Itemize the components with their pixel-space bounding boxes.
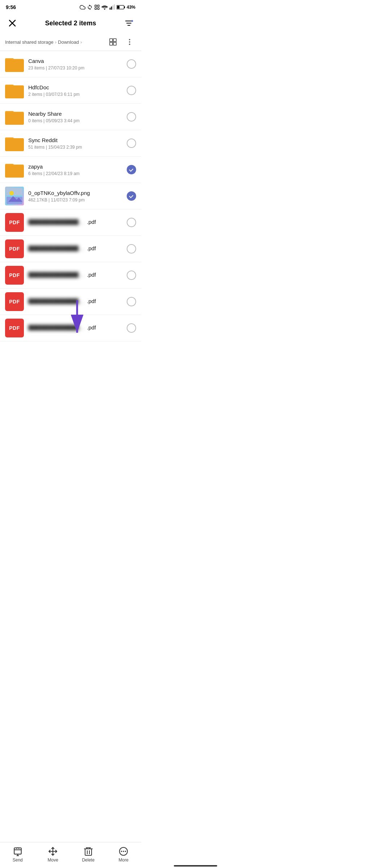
signal-icon <box>109 4 115 10</box>
svg-rect-32 <box>5 86 24 98</box>
file-name-row: ████████████████████ .pdf <box>28 245 122 251</box>
svg-rect-36 <box>5 112 24 125</box>
pdf-label: PDF <box>9 246 20 252</box>
list-item-nearby-share[interactable]: Nearby Share 0 items | 05/09/23 3:44 pm <box>0 104 141 130</box>
file-meta: 51 items | 15/04/23 2:39 pm <box>28 145 122 150</box>
svg-point-17 <box>131 20 133 22</box>
breadcrumb-sep1: › <box>55 39 56 45</box>
file-suffix: .pdf <box>87 298 96 304</box>
file-name: ████████████████████ <box>28 219 86 225</box>
check-circle[interactable] <box>127 218 136 227</box>
file-suffix: .pdf <box>87 272 96 278</box>
file-list: Canva 23 items | 27/07/23 10:20 pm HdfcD… <box>0 51 141 370</box>
status-bar: 9:56 <box>0 0 141 13</box>
pdf-thumb: PDF <box>5 319 24 337</box>
breadcrumb-part1[interactable]: Internal shared storage <box>5 39 54 45</box>
folder-thumb <box>5 81 24 100</box>
check-circle[interactable] <box>127 244 136 254</box>
list-item-canva[interactable]: Canva 23 items | 27/07/23 10:20 pm <box>0 51 141 77</box>
svg-point-47 <box>9 191 14 195</box>
folder-thumb <box>5 55 24 73</box>
list-item-pdf2[interactable]: PDF ████████████████████ .pdf <box>0 236 141 262</box>
folder-icon <box>5 55 24 73</box>
pdf-thumb: PDF <box>5 266 24 285</box>
file-name: Canva <box>28 58 44 64</box>
check-circle[interactable] <box>127 139 136 148</box>
check-circle[interactable] <box>127 297 136 306</box>
svg-rect-5 <box>110 8 111 9</box>
folder-icon <box>5 82 24 99</box>
list-item-sync-reddit[interactable]: Sync Reddit 51 items | 15/04/23 2:39 pm <box>0 130 141 157</box>
svg-rect-40 <box>5 139 24 151</box>
file-name-row: ████████████████████ .pdf <box>28 324 122 331</box>
status-time: 9:56 <box>6 4 16 10</box>
check-circle[interactable] <box>127 165 136 174</box>
file-info: Nearby Share 0 items | 05/09/23 3:44 pm <box>28 111 122 123</box>
svg-point-4 <box>104 9 105 10</box>
list-item-pdf1[interactable]: PDF ████████████████████ .pdf <box>0 209 141 236</box>
pdf-thumb: PDF <box>5 213 24 232</box>
list-item-hdfcdoc[interactable]: HdfcDoc 2 items | 03/07/23 6:11 pm <box>0 77 141 104</box>
svg-rect-10 <box>124 6 125 8</box>
file-meta: 23 items | 27/07/23 10:20 pm <box>28 65 122 71</box>
file-info: Canva 23 items | 27/07/23 10:20 pm <box>28 58 122 71</box>
dots-vertical-icon <box>126 38 134 46</box>
filter-button[interactable] <box>122 17 135 30</box>
svg-rect-19 <box>113 39 116 42</box>
file-info: ████████████████████ .pdf <box>28 324 122 332</box>
svg-rect-3 <box>97 8 99 9</box>
sync-icon <box>87 4 93 10</box>
close-icon <box>8 19 17 27</box>
cloud-icon <box>80 4 85 10</box>
list-item-zapya[interactable]: zapya 6 items | 22/04/23 8:19 am <box>0 157 141 183</box>
list-item-img-file[interactable]: 0_opTNKo_ybylaOffv.png 462.17KB | 11/07/… <box>0 183 141 209</box>
svg-rect-20 <box>110 42 113 45</box>
file-name: Sync Reddit <box>28 137 58 143</box>
file-suffix: .pdf <box>87 219 96 225</box>
file-suffix: .pdf <box>87 324 96 331</box>
file-info: 0_opTNKo_ybylaOffv.png 462.17KB | 11/07/… <box>28 190 122 203</box>
file-name: ████████████████████ <box>28 246 86 251</box>
file-name-row: ████████████████████ .pdf <box>28 219 122 225</box>
svg-rect-1 <box>97 5 99 7</box>
close-button[interactable] <box>6 17 19 30</box>
file-info: ████████████████████ .pdf <box>28 245 122 252</box>
breadcrumb-part2[interactable]: Download <box>58 39 79 45</box>
check-circle[interactable] <box>127 86 136 95</box>
check-circle[interactable] <box>127 191 136 201</box>
svg-point-24 <box>129 44 130 45</box>
svg-rect-28 <box>5 60 24 72</box>
file-meta: 0 items | 05/09/23 3:44 pm <box>28 118 122 123</box>
pdf-thumb: PDF <box>5 292 24 311</box>
pdf-label: PDF <box>9 272 20 278</box>
file-suffix: .pdf <box>87 245 96 251</box>
list-item-pdf4[interactable]: PDF ████████████████████ .pdf <box>0 289 141 315</box>
wifi-icon <box>101 4 108 10</box>
breadcrumb: Internal shared storage › Download › <box>5 39 82 45</box>
check-circle[interactable] <box>127 323 136 333</box>
file-name: ████████████████████ <box>28 325 86 331</box>
check-circle[interactable] <box>127 271 136 280</box>
list-item-pdf3[interactable]: PDF ████████████████████ .pdf <box>0 262 141 289</box>
file-info: ████████████████████ .pdf <box>28 219 122 226</box>
check-circle[interactable] <box>127 112 136 122</box>
file-name: ████████████████████ <box>28 298 86 304</box>
page-title: Selected 2 items <box>45 20 96 27</box>
file-meta: 462.17KB | 11/07/23 7:09 pm <box>28 197 122 203</box>
svg-rect-44 <box>5 165 24 178</box>
more-options-button[interactable] <box>123 35 136 48</box>
file-name-row: ████████████████████ .pdf <box>28 272 122 278</box>
list-item-pdf5[interactable]: PDF ████████████████████ .pdf <box>0 315 141 341</box>
top-bar: Selected 2 items <box>0 13 141 33</box>
grid-view-button[interactable] <box>106 35 119 48</box>
file-info: ████████████████████ .pdf <box>28 272 122 279</box>
file-meta: 6 items | 22/04/23 8:19 am <box>28 171 122 176</box>
file-meta: 2 items | 03/07/23 6:11 pm <box>28 92 122 97</box>
folder-icon <box>5 108 24 125</box>
battery-percent: 43% <box>127 5 135 10</box>
battery-icon <box>117 5 125 10</box>
svg-rect-0 <box>95 5 97 7</box>
file-info: Sync Reddit 51 items | 15/04/23 2:39 pm <box>28 137 122 150</box>
svg-rect-21 <box>113 42 116 45</box>
check-circle[interactable] <box>127 59 136 69</box>
